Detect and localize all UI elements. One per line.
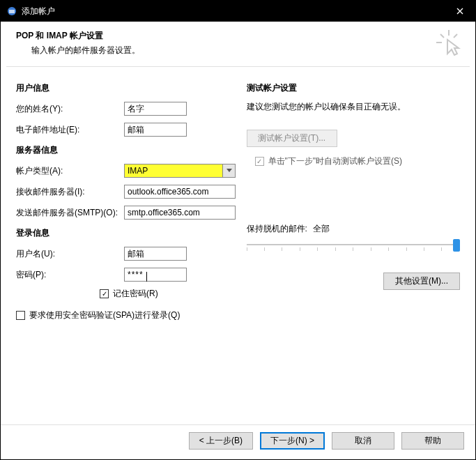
- offline-mail-slider[interactable]: [247, 238, 461, 252]
- username-input[interactable]: [124, 247, 187, 261]
- user-info-heading: 用户信息: [16, 82, 230, 94]
- slider-track: [247, 244, 456, 245]
- login-info-heading: 登录信息: [16, 227, 230, 239]
- slider-thumb[interactable]: [453, 239, 460, 252]
- your-name-label: 您的姓名(Y):: [16, 103, 124, 115]
- username-label: 用户名(U):: [16, 248, 124, 260]
- offline-mail-value: 全部: [313, 223, 330, 235]
- wizard-header: POP 和 IMAP 帐户设置 输入帐户的邮件服务器设置。: [1, 22, 475, 62]
- offline-mail-label: 保持脱机的邮件:: [247, 223, 307, 235]
- close-button[interactable]: [444, 1, 475, 22]
- left-column: 用户信息 您的姓名(Y): 电子邮件地址(E): 服务器信息 帐户类型(A): …: [16, 79, 230, 419]
- auto-test-checkbox[interactable]: [255, 157, 264, 166]
- remember-password-checkbox[interactable]: [100, 289, 109, 298]
- account-type-label: 帐户类型(A):: [16, 165, 124, 177]
- cursor-decoration-icon: [435, 29, 463, 56]
- your-name-input[interactable]: [124, 102, 187, 116]
- svg-line-5: [454, 34, 457, 38]
- add-account-dialog: 添加帐户 POP 和 IMAP 帐户设置 输入帐户的邮件服务器设置。 用户信息: [0, 0, 476, 460]
- next-button[interactable]: 下一步(N) >: [260, 432, 325, 450]
- header-title: POP 和 IMAP 帐户设置: [16, 30, 460, 42]
- outgoing-server-input[interactable]: [124, 206, 236, 220]
- password-label: 密码(P):: [16, 269, 124, 281]
- email-address-label: 电子邮件地址(E):: [16, 124, 124, 136]
- cancel-button[interactable]: 取消: [332, 432, 394, 450]
- outgoing-server-label: 发送邮件服务器(SMTP)(O):: [16, 207, 124, 219]
- svg-rect-1: [9, 10, 15, 13]
- spa-checkbox[interactable]: [16, 311, 25, 320]
- spa-label: 要求使用安全密码验证(SPA)进行登录(Q): [29, 309, 180, 321]
- remember-password-label: 记住密码(R): [113, 288, 158, 300]
- dialog-footer: < 上一步(B) 下一步(N) > 取消 帮助: [1, 424, 475, 459]
- account-type-value: IMAP: [125, 164, 222, 177]
- password-input[interactable]: [124, 268, 187, 282]
- app-icon: [6, 6, 17, 17]
- dialog-body: 用户信息 您的姓名(Y): 电子邮件地址(E): 服务器信息 帐户类型(A): …: [1, 67, 475, 424]
- email-address-input[interactable]: [124, 123, 187, 137]
- header-subtitle: 输入帐户的邮件服务器设置。: [31, 45, 460, 56]
- svg-line-4: [440, 34, 444, 38]
- window-title: 添加帐户: [22, 6, 444, 17]
- more-settings-button[interactable]: 其他设置(M)...: [383, 273, 460, 290]
- test-settings-note: 建议您测试您的帐户以确保条目正确无误。: [247, 101, 461, 113]
- test-account-settings-button[interactable]: 测试帐户设置(T)...: [247, 130, 337, 147]
- incoming-server-input[interactable]: [124, 185, 236, 199]
- test-settings-heading: 测试帐户设置: [247, 82, 461, 94]
- text-caret: [146, 272, 147, 282]
- help-button[interactable]: 帮助: [401, 432, 464, 450]
- chevron-down-icon: [222, 164, 235, 177]
- incoming-server-label: 接收邮件服务器(I):: [16, 186, 124, 198]
- right-column: 测试帐户设置 建议您测试您的帐户以确保条目正确无误。 测试帐户设置(T)... …: [247, 79, 461, 419]
- server-info-heading: 服务器信息: [16, 144, 230, 156]
- account-type-select[interactable]: IMAP: [124, 164, 236, 178]
- back-button[interactable]: < 上一步(B): [189, 432, 253, 450]
- titlebar: 添加帐户: [1, 1, 475, 22]
- slider-ticks: [247, 247, 461, 251]
- auto-test-label: 单击"下一步"时自动测试帐户设置(S): [268, 155, 403, 167]
